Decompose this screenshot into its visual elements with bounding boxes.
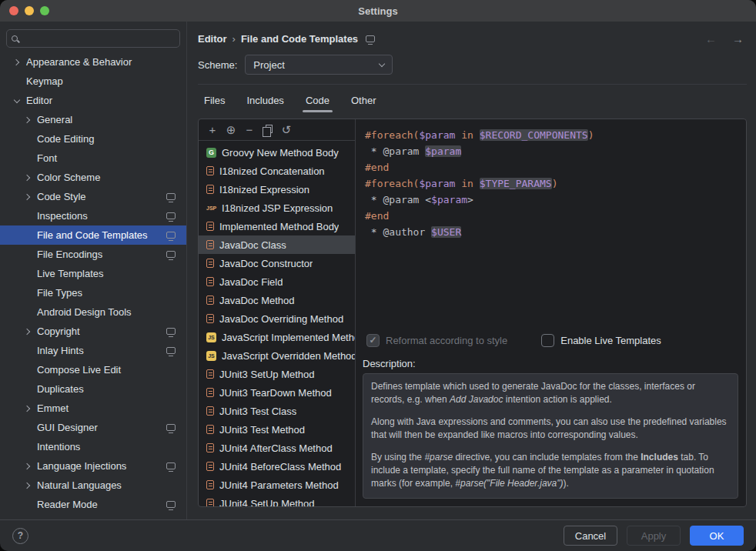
enable-live-templates-checkbox[interactable]: Enable Live Templates: [541, 334, 661, 347]
chevron-right-icon[interactable]: [22, 114, 34, 126]
template-name: JavaDoc Field: [219, 276, 283, 288]
chevron-placeholder: [22, 287, 34, 299]
sidebar-item-appearance-behavior[interactable]: Appearance & Behavior: [0, 52, 186, 72]
add-template-button[interactable]: +: [203, 122, 222, 139]
sidebar-item-label: Intentions: [37, 441, 186, 452]
sidebar-item-language-injections[interactable]: Language Injections: [0, 456, 186, 476]
template-name: JUnit4 SetUp Method: [219, 498, 315, 507]
sidebar-item-compose-live-edit[interactable]: Compose Live Edit: [0, 360, 186, 379]
description-paragraph: By using the #parse directive, you can i…: [371, 451, 730, 490]
list-item[interactable]: JavaDoc Method: [199, 291, 355, 309]
list-item[interactable]: JUnit4 AfterClass Method: [199, 439, 355, 457]
zoom-window-button[interactable]: [40, 6, 49, 15]
sidebar-item-file-encodings[interactable]: File Encodings: [0, 245, 186, 264]
sidebar-item-label: Appearance & Behavior: [26, 56, 186, 68]
monitor-icon: [166, 232, 176, 239]
javascript-icon: JS: [206, 332, 216, 342]
template-icon: [206, 166, 214, 175]
chevron-right-icon[interactable]: [22, 172, 34, 184]
template-name: JavaDoc Method: [219, 295, 295, 306]
sidebar-item-inspections[interactable]: Inspections: [0, 206, 186, 225]
list-item[interactable]: JavaDoc Overriding Method: [199, 309, 355, 328]
list-item[interactable]: JUnit4 SetUp Method: [199, 494, 355, 506]
sidebar-item-live-templates[interactable]: Live Templates: [0, 264, 186, 283]
settings-search-box[interactable]: [6, 29, 180, 48]
sidebar-item-general[interactable]: General: [0, 110, 186, 129]
description-panel[interactable]: Defines template which used to generate …: [363, 373, 738, 499]
tab-code[interactable]: Code: [304, 89, 331, 112]
sidebar-item-label: Reader Mode: [37, 499, 160, 510]
list-item[interactable]: Implemented Method Body: [199, 217, 355, 235]
sidebar-item-keymap[interactable]: Keymap: [0, 72, 186, 91]
list-item[interactable]: JS JavaScript Overridden Method: [199, 346, 355, 365]
sidebar-item-code-editing[interactable]: Code Editing: [0, 129, 186, 149]
help-button[interactable]: ?: [12, 528, 28, 544]
sidebar-item-code-style[interactable]: Code Style: [0, 187, 186, 206]
monitor-icon: [166, 328, 176, 335]
sidebar-item-duplicates[interactable]: Duplicates: [0, 379, 186, 399]
sidebar-item-color-scheme[interactable]: Color Scheme: [0, 168, 186, 187]
tab-includes[interactable]: Includes: [245, 89, 285, 112]
list-item-javadoc-class[interactable]: JavaDoc Class: [199, 235, 355, 254]
chevron-down-icon[interactable]: [11, 95, 23, 107]
sidebar-item-copyright[interactable]: Copyright: [0, 322, 186, 341]
sidebar-item-inlay-hints[interactable]: Inlay Hints: [0, 341, 186, 360]
list-item[interactable]: JUnit3 Test Class: [199, 402, 355, 420]
list-item[interactable]: JUnit3 SetUp Method: [199, 365, 355, 383]
minimize-window-button[interactable]: [25, 6, 34, 15]
sidebar-item-file-and-code-templates[interactable]: File and Code Templates: [0, 225, 186, 245]
cancel-button[interactable]: Cancel: [564, 526, 617, 546]
list-item[interactable]: I18nized Concatenation: [199, 162, 355, 180]
sidebar-item-label: Font: [37, 152, 186, 164]
sidebar-item-android-design-tools[interactable]: Android Design Tools: [0, 302, 186, 322]
groovy-icon: G: [206, 148, 216, 158]
chevron-right-icon[interactable]: [11, 56, 23, 68]
sidebar-item-reader-mode[interactable]: Reader Mode: [0, 495, 186, 514]
chevron-right-icon[interactable]: [22, 479, 34, 492]
template-code-editor[interactable]: #foreach($param in $RECORD_COMPONENTS) *…: [356, 119, 746, 327]
description-paragraph: Defines template which used to generate …: [371, 380, 730, 406]
scheme-select[interactable]: Project: [245, 55, 393, 75]
sidebar-item-natural-languages[interactable]: Natural Languages: [0, 476, 186, 495]
list-item[interactable]: G Groovy New Method Body: [199, 143, 355, 162]
sidebar-item-gui-designer[interactable]: GUI Designer: [0, 418, 186, 437]
list-item[interactable]: JSP I18nized JSP Expression: [199, 199, 355, 217]
sidebar-item-font[interactable]: Font: [0, 149, 186, 168]
copy-template-button[interactable]: [259, 122, 277, 139]
list-item[interactable]: JUnit4 BeforeClass Method: [199, 457, 355, 476]
list-item[interactable]: JavaDoc Constructor: [199, 254, 355, 272]
sidebar-item-label: File Types: [37, 287, 186, 299]
sidebar-item-file-types[interactable]: File Types: [0, 283, 186, 302]
chevron-right-icon[interactable]: [22, 191, 34, 203]
list-item[interactable]: JUnit3 Test Method: [199, 420, 355, 439]
reformat-checkbox[interactable]: Reformat according to style: [366, 334, 507, 347]
list-item[interactable]: JavaDoc Field: [199, 272, 355, 291]
chevron-right-icon[interactable]: [22, 402, 34, 415]
sidebar-item-label: Editor: [26, 95, 186, 106]
tab-other[interactable]: Other: [350, 89, 378, 112]
chevron-placeholder: [22, 345, 34, 357]
list-item[interactable]: I18nized Expression: [199, 180, 355, 199]
close-window-button[interactable]: [9, 6, 18, 15]
chevron-right-icon[interactable]: [22, 460, 34, 473]
sidebar-item-intentions[interactable]: Intentions: [0, 437, 186, 456]
sidebar-item-editor[interactable]: Editor: [0, 91, 186, 110]
ok-button[interactable]: OK: [690, 526, 744, 546]
apply-button[interactable]: Apply: [627, 526, 681, 546]
chevron-right-icon[interactable]: [22, 326, 34, 338]
reset-template-button[interactable]: ↺: [277, 122, 296, 139]
back-icon[interactable]: ←: [705, 32, 717, 45]
remove-template-button[interactable]: −: [240, 122, 259, 139]
monitor-icon: [166, 193, 176, 200]
breadcrumb-editor[interactable]: Editor: [198, 33, 227, 45]
add-child-template-button[interactable]: ⊕: [222, 122, 240, 139]
forward-icon[interactable]: →: [732, 32, 744, 45]
breadcrumb-page-title: File and Code Templates: [241, 33, 358, 45]
tab-files[interactable]: Files: [202, 89, 226, 112]
sidebar-item-emmet[interactable]: Emmet: [0, 399, 186, 418]
settings-search-input[interactable]: [22, 32, 175, 45]
list-item[interactable]: JUnit4 Parameters Method: [199, 476, 355, 494]
list-item[interactable]: JUnit3 TearDown Method: [199, 383, 355, 402]
template-name: JUnit4 BeforeClass Method: [219, 461, 341, 473]
list-item[interactable]: JS JavaScript Implemented Method: [199, 328, 355, 346]
